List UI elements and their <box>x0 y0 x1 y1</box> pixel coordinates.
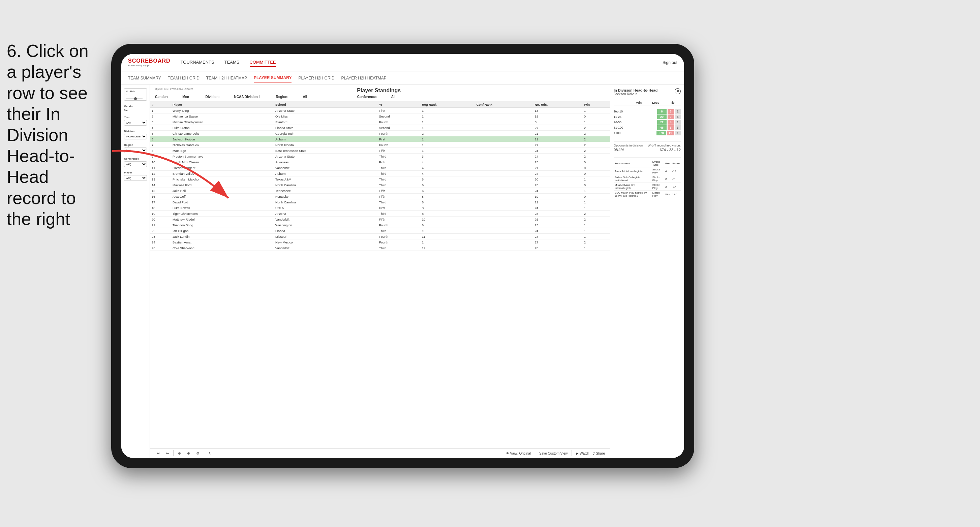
table-row[interactable]: 15 Jake Hall Tennessee Fifth 6 24 1 <box>150 188 610 194</box>
zoom-in-button[interactable]: ⊕ <box>185 451 192 456</box>
cell-num: 6 <box>150 137 171 142</box>
tab-team-h2h-grid[interactable]: TEAM H2H GRID <box>168 74 199 82</box>
cell-win: 0 <box>582 159 610 165</box>
h2h-rows-container: Top 10 8 3 2 11-25 20 9 5 26-50 22 4 1 5… <box>614 109 681 136</box>
cell-no-rds: 27 <box>533 142 582 148</box>
loss-cell: 9 <box>668 114 674 119</box>
toolbar-divider-4 <box>571 450 572 456</box>
table-row[interactable]: 20 Matthew Riedel Vanderbilt Fifth 10 26… <box>150 216 610 222</box>
tournament-type: Stroke Play <box>651 183 664 190</box>
cell-reg-rank: 1 <box>420 108 475 113</box>
cell-player: Wenyi Ding <box>171 108 274 113</box>
sign-out-link[interactable]: Sign out <box>663 60 678 65</box>
close-h2h-button[interactable]: ✕ <box>675 88 681 94</box>
tab-player-h2h-grid[interactable]: PLAYER H2H GRID <box>298 74 334 82</box>
cell-yr: Fourth <box>377 240 420 245</box>
win-cell: 8 <box>657 109 667 114</box>
cell-num: 21 <box>150 222 171 228</box>
cell-no-rds: 24 <box>533 154 582 159</box>
table-row[interactable]: 6 Jackson Koivun Auburn First 1 21 2 <box>150 137 610 142</box>
logo-sub: Powered by clippd <box>128 64 170 67</box>
save-custom-view-button[interactable]: Save Custom View <box>539 452 568 455</box>
table-row[interactable]: 14 Maxwell Ford North Carolina Third 6 2… <box>150 182 610 188</box>
table-row[interactable]: 8 Mats Ege East Tennessee State Fifth 1 … <box>150 148 610 154</box>
cell-win: 0 <box>582 182 610 188</box>
table-row[interactable]: 21 Taehoon Song Washington Fourth 6 23 1 <box>150 222 610 228</box>
table-row[interactable]: 2 Michael La Sasse Ole Miss Second 1 18 … <box>150 113 610 119</box>
cell-school: Arizona <box>274 211 377 216</box>
cell-school: Vanderbilt <box>274 216 377 222</box>
h2h-row-label: 51-100 <box>614 126 630 129</box>
zoom-out-button[interactable]: ⊖ <box>176 451 183 456</box>
toolbar-divider-1 <box>173 450 173 456</box>
tab-player-summary[interactable]: PLAYER SUMMARY <box>254 74 291 83</box>
tournament-score: -7 <box>671 175 681 183</box>
table-row[interactable]: 17 David Ford North Carolina Third 8 21 … <box>150 199 610 205</box>
tab-player-h2h-heatmap[interactable]: PLAYER H2H HEATMAP <box>341 74 387 82</box>
col-score: Score <box>671 160 681 167</box>
division-select[interactable]: NCAA Division I <box>124 134 147 140</box>
table-row[interactable]: 19 Tiger Christensen Arizona Third 8 23 … <box>150 211 610 216</box>
table-row[interactable]: 24 Bastien Amat New Mexico Fourth 1 27 2 <box>150 240 610 245</box>
redo-button[interactable]: ↪ <box>164 451 170 456</box>
table-row[interactable]: 16 Alex Goff Kentucky Fifth 8 19 0 <box>150 194 610 199</box>
cell-conf-rank <box>475 188 533 194</box>
table-row[interactable]: 13 Phichaksn Maichon Texas A&M Third 6 3… <box>150 176 610 182</box>
table-row[interactable]: 3 Michael Thorbjornsen Stanford Fourth 1… <box>150 119 610 125</box>
conference-select[interactable]: (All) <box>124 161 147 167</box>
cell-player: Bastien Amat <box>171 240 274 245</box>
year-select[interactable]: (All) <box>124 120 147 125</box>
cell-no-rds: 21 <box>533 137 582 142</box>
region-select[interactable]: N/A <box>124 148 147 153</box>
cell-reg-rank: 8 <box>420 205 475 211</box>
table-row[interactable]: 10 Jacob Mox Olesen Arkansas Fifth 4 25 … <box>150 159 610 165</box>
cell-win: 1 <box>582 234 610 240</box>
settings-button[interactable]: ⚙ <box>194 451 201 456</box>
cell-yr: Third <box>377 245 420 251</box>
col-num: # <box>150 102 171 108</box>
cell-player: Maxwell Ford <box>171 182 274 188</box>
tab-team-summary[interactable]: TEAM SUMMARY <box>128 74 161 82</box>
table-row[interactable]: 12 Brendan Valles Auburn Third 4 27 0 <box>150 171 610 176</box>
nav-teams[interactable]: TEAMS <box>224 58 240 67</box>
cell-player: Brendan Valles <box>171 171 274 176</box>
table-row[interactable]: 4 Luke Claton Florida State Second 1 27 … <box>150 125 610 131</box>
table-row[interactable]: 18 Luke Powell UCLA First 8 24 1 <box>150 205 610 211</box>
table-row[interactable]: 9 Preston Summerhays Arizona State Third… <box>150 154 610 159</box>
undo-button[interactable]: ↩ <box>155 451 161 456</box>
h2h-row: Top 10 8 3 2 <box>614 109 681 114</box>
table-row[interactable]: 25 Cole Sherwood Vanderbilt Third 12 23 … <box>150 245 610 251</box>
share-button[interactable]: ⤴ Share <box>593 452 605 455</box>
cell-yr: Fifth <box>377 148 420 154</box>
table-row[interactable]: 1 Wenyi Ding Arizona State First 1 14 1 <box>150 108 610 113</box>
table-row[interactable]: 11 Gordon Sargent Vanderbilt Third 4 21 … <box>150 165 610 171</box>
cell-school: North Carolina <box>274 199 377 205</box>
cell-school: Auburn <box>274 171 377 176</box>
toolbar-divider-3 <box>535 450 535 456</box>
table-row[interactable]: 22 Ian Gilligan Florida Third 10 24 1 <box>150 228 610 234</box>
tournament-name: Mirabel Maui Jim Intercollegiate <box>614 183 651 190</box>
watch-button[interactable]: ▶ Watch <box>576 452 589 455</box>
no-rds-slider[interactable] <box>126 98 145 99</box>
table-row[interactable]: 23 Jack Lundin Missouri Fourth 11 24 1 <box>150 234 610 240</box>
tie-cell: 5 <box>675 114 681 119</box>
player-select[interactable]: (All) <box>124 175 147 181</box>
cell-reg-rank: 1 <box>420 119 475 125</box>
nav-tournaments[interactable]: TOURNAMENTS <box>181 58 214 67</box>
cell-num: 15 <box>150 188 171 194</box>
table-row[interactable]: 7 Nicholas Gabrelcik North Florida Fourt… <box>150 142 610 148</box>
refresh-button[interactable]: ↻ <box>207 451 213 456</box>
cell-num: 23 <box>150 234 171 240</box>
view-original-button[interactable]: 👁 View: Original <box>506 452 531 455</box>
cell-reg-rank: 8 <box>420 199 475 205</box>
nav-committee[interactable]: COMMITTEE <box>250 58 276 67</box>
cell-yr: Fifth <box>377 159 420 165</box>
cell-conf-rank <box>475 228 533 234</box>
logo-area: SCOREBOARD Powered by clippd <box>128 58 170 67</box>
table-row[interactable]: 5 Christo Lamprecht Georgia Tech Fourth … <box>150 131 610 137</box>
cell-no-rds: 27 <box>533 240 582 245</box>
cell-player: Mats Ege <box>171 148 274 154</box>
tournament-pos: 2 <box>664 183 671 190</box>
cell-no-rds: 24 <box>533 234 582 240</box>
tab-team-h2h-heatmap[interactable]: TEAM H2H HEATMAP <box>206 74 247 82</box>
